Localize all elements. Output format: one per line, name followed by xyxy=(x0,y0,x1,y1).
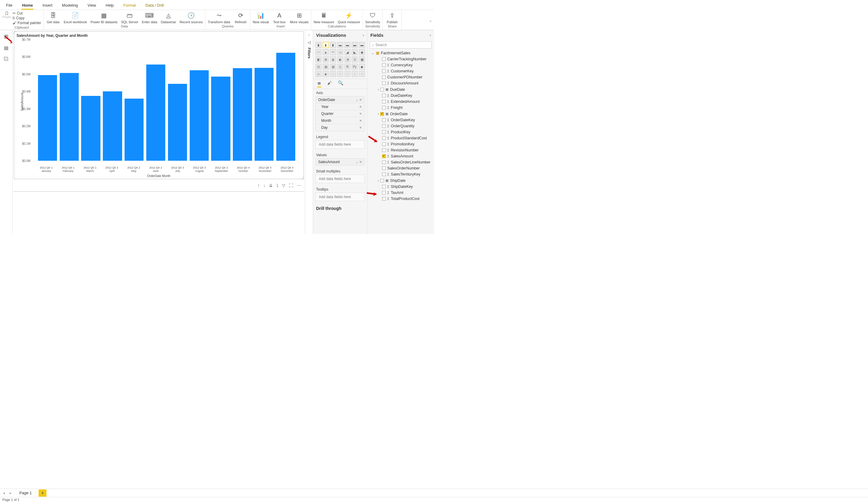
sql-server-button[interactable]: 🗃SQL Server xyxy=(121,11,138,24)
quick-measure-button[interactable]: ⚡Quick measure xyxy=(338,11,360,24)
axis-well[interactable]: OrderDate⌄ ✕Year✕Quarter✕Month✕Day✕ xyxy=(316,96,365,131)
field-node[interactable]: ΣSalesTerritoryKey xyxy=(367,171,434,177)
visual-type-icon[interactable]: ◣ xyxy=(352,49,358,55)
new-visual-button[interactable]: 📊New visual xyxy=(253,11,269,24)
visual-type-icon[interactable]: ▮ xyxy=(330,42,336,48)
enter-data-button[interactable]: ⌨Enter data xyxy=(142,11,157,24)
legend-placeholder[interactable]: Add data fields here xyxy=(316,140,365,149)
filters-expand-icon[interactable]: ‹ xyxy=(308,33,309,37)
new-measure-button[interactable]: 🖩New measure xyxy=(314,11,334,24)
visual-type-icon[interactable]: ▫ xyxy=(352,71,358,77)
visual-type-icon[interactable]: ☷ xyxy=(352,56,358,62)
values-well[interactable]: SalesAmount⌄ ✕ xyxy=(316,158,365,166)
field-node[interactable]: ΣSalesOrderLineNumber xyxy=(367,159,434,165)
expand-all-icon[interactable]: ⤵ xyxy=(276,183,278,188)
get-data-button[interactable]: 🗄Get data xyxy=(46,11,60,24)
axis-field-row[interactable]: Month✕ xyxy=(316,117,364,124)
visual-type-icon[interactable]: Py xyxy=(352,64,358,70)
field-node[interactable]: CarrierTrackingNumber xyxy=(367,56,434,62)
visual-type-icon[interactable]: ▮ xyxy=(316,42,321,48)
visual-type-icon[interactable]: ⋯ xyxy=(330,71,336,77)
visual-type-icon[interactable]: ▬ xyxy=(344,42,350,48)
bar[interactable] xyxy=(60,73,79,161)
visual-type-icon[interactable]: ▬ xyxy=(352,42,358,48)
visual-type-icon[interactable]: ⌺ xyxy=(337,64,343,70)
fields-search-input[interactable]: ⌕ Search xyxy=(370,41,432,49)
visual-type-icon[interactable]: ⊞ xyxy=(323,56,329,62)
visual-type-icon[interactable]: ▲ xyxy=(323,49,329,55)
excel-button[interactable]: 📄Excel workbook xyxy=(64,11,87,24)
menu-insert[interactable]: Insert xyxy=(42,1,53,10)
field-node[interactable]: ΣCurrencyKey xyxy=(367,62,434,68)
bar[interactable] xyxy=(168,84,187,161)
menu-modeling[interactable]: Modeling xyxy=(62,1,79,10)
visual-type-icon[interactable]: ▥ xyxy=(330,64,336,70)
field-node[interactable]: ΣOrderDateKey xyxy=(367,117,434,123)
analytics-tab-icon[interactable]: 🔍 xyxy=(338,80,343,87)
bar[interactable] xyxy=(38,75,57,161)
visual-type-icon[interactable]: ◐ xyxy=(337,56,343,62)
report-canvas[interactable]: SalesAmount by Year, Quarter and Month S… xyxy=(13,30,305,234)
fields-tab-icon[interactable]: ≣ xyxy=(317,80,321,87)
field-node[interactable]: ΣRevisionNumber xyxy=(367,147,434,153)
visual-type-icon[interactable]: ◇ xyxy=(316,71,321,77)
refresh-button[interactable]: ⟳Refresh xyxy=(234,11,248,24)
field-node[interactable]: ΣDiscountAmount xyxy=(367,80,434,86)
visual-type-icon[interactable]: ◢ xyxy=(344,49,350,55)
values-field-row[interactable]: SalesAmount⌄ ✕ xyxy=(316,159,364,165)
format-painter-button[interactable]: 🖌Format painter xyxy=(13,21,41,25)
field-node[interactable]: ΣOrderQuantity xyxy=(367,123,434,129)
axis-field-row[interactable]: Day✕ xyxy=(316,124,364,131)
publish-button[interactable]: ⇪Publish xyxy=(385,11,399,24)
visual-type-icon[interactable]: ◈ xyxy=(323,71,329,77)
visual-type-icon[interactable]: ▬ xyxy=(359,42,365,48)
visual-type-icon[interactable]: ◧ xyxy=(316,56,321,62)
visual-type-icon[interactable]: ▫ xyxy=(359,71,365,77)
visual-type-icon[interactable]: ◆ xyxy=(359,64,365,70)
bar[interactable] xyxy=(255,68,273,161)
visual-type-icon[interactable]: ◉ xyxy=(359,49,365,55)
field-node[interactable]: ΣTotalProductCost xyxy=(367,196,434,202)
visual-type-icon[interactable]: ◍ xyxy=(330,56,336,62)
filter-icon[interactable]: ▽ xyxy=(282,183,285,188)
menu-format[interactable]: Format xyxy=(123,1,136,10)
data-view-icon[interactable]: ▤ xyxy=(3,44,10,51)
tooltips-placeholder[interactable]: Add data fields here xyxy=(316,193,365,201)
visual-type-icon[interactable]: R xyxy=(344,64,350,70)
ribbon-collapse-icon[interactable]: ⌃ xyxy=(429,20,432,24)
field-node[interactable]: CustomerPONumber xyxy=(367,74,434,80)
field-node[interactable]: ΣDueDateKey xyxy=(367,93,434,98)
visual-type-icon[interactable]: ◔ xyxy=(344,56,350,62)
bar[interactable] xyxy=(211,76,230,161)
report-view-icon[interactable]: ▥ xyxy=(3,33,10,40)
field-node[interactable]: ΣTaxAmt xyxy=(367,190,434,196)
visual-type-icon[interactable]: ▮ xyxy=(323,42,329,48)
menu-help[interactable]: Help xyxy=(105,1,114,10)
expand-down-icon[interactable]: ⇊ xyxy=(269,183,273,188)
transform-data-button[interactable]: ⤳Transform data xyxy=(208,11,230,24)
copy-button[interactable]: ⎘Copy xyxy=(13,16,24,20)
more-options-icon[interactable]: ⋯ xyxy=(297,183,301,188)
axis-field-row[interactable]: Quarter✕ xyxy=(316,110,364,117)
field-node[interactable]: ΣPromotionKey xyxy=(367,141,434,147)
focus-mode-icon[interactable]: ⛶ xyxy=(289,183,293,188)
more-visuals-button[interactable]: ⊞More visuals xyxy=(290,11,309,24)
visual-type-icon[interactable]: 〰 xyxy=(316,49,321,55)
visualizations-collapse-icon[interactable]: › xyxy=(363,33,364,38)
field-node[interactable]: SalesOrderNumber xyxy=(367,165,434,171)
bar[interactable] xyxy=(103,91,122,161)
recent-sources-button[interactable]: 🕓Recent sources xyxy=(179,11,203,24)
small-multiples-placeholder[interactable]: Add data fields here xyxy=(316,175,365,183)
field-node[interactable]: ΣFreight xyxy=(367,105,434,111)
visual-type-icon[interactable]: ▦ xyxy=(359,56,365,62)
fields-collapse-icon[interactable]: › xyxy=(430,33,431,38)
field-node[interactable]: ›▦OrderDate xyxy=(367,111,434,117)
bar[interactable] xyxy=(233,68,252,161)
bar[interactable] xyxy=(190,70,209,161)
field-node[interactable]: ›▦ShipDate xyxy=(367,177,434,184)
menu-view[interactable]: View xyxy=(87,1,96,10)
field-node[interactable]: ΣExtendedAmount xyxy=(367,98,434,105)
visual-type-icon[interactable]: ▫ xyxy=(344,71,350,77)
bar[interactable] xyxy=(81,96,100,161)
visual-type-icon[interactable]: ▬ xyxy=(337,42,343,48)
